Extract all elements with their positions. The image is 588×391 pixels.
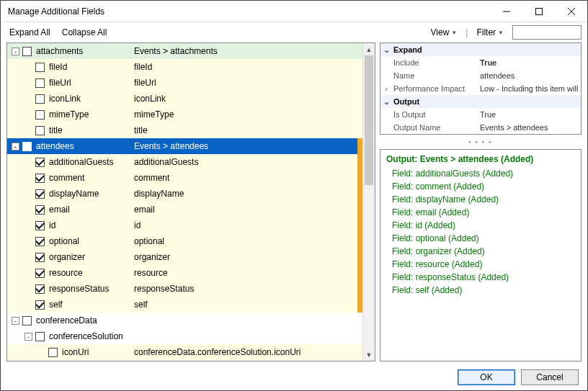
collapse-icon[interactable]: ⌄: [380, 45, 392, 55]
tree-node-path: self: [134, 300, 375, 310]
tree-row[interactable]: -attachmentsEvents > attachments: [7, 43, 375, 59]
propcat-output[interactable]: ⌄ Output: [380, 95, 581, 108]
tree-row[interactable]: iconLinkiconLink: [7, 91, 375, 107]
minimize-icon: [503, 8, 510, 15]
tree-row[interactable]: commentcomment: [7, 170, 375, 186]
checkbox[interactable]: [35, 332, 45, 341]
scrollbar-thumb[interactable]: [365, 55, 373, 185]
tree-node-name: conferenceData: [36, 315, 134, 325]
expand-all-button[interactable]: Expand All: [6, 26, 53, 39]
tree-node-name: resource: [49, 268, 134, 278]
checkbox[interactable]: [35, 269, 45, 278]
prop-performance-impact[interactable]: › Performance Impact Low - Including thi…: [380, 82, 581, 95]
titlebar: Manage Additional Fields: [1, 1, 587, 22]
collapse-icon[interactable]: -: [12, 317, 19, 325]
prop-include[interactable]: Include True: [380, 56, 581, 69]
output-line: Field: displayName (Added): [386, 193, 575, 206]
tree-row[interactable]: mimeTypemimeType: [7, 107, 375, 122]
tree[interactable]: -attachmentsEvents > attachmentsfileIdfi…: [7, 43, 375, 361]
collapse-icon[interactable]: -: [12, 48, 19, 55]
checkbox[interactable]: [35, 253, 45, 262]
tree-node-path: id: [134, 220, 375, 230]
checkbox[interactable]: [35, 174, 45, 183]
output-line: Field: resource (Added): [386, 258, 575, 271]
checkbox[interactable]: [35, 189, 45, 199]
window: Manage Additional Fields Expand All Coll…: [0, 0, 588, 391]
checkbox[interactable]: [35, 284, 45, 294]
filter-input[interactable]: [512, 25, 582, 40]
output-line: Field: comment (Added): [386, 180, 575, 193]
tree-node-name: optional: [49, 236, 134, 246]
checkbox[interactable]: [22, 47, 32, 56]
tree-row[interactable]: resourceresource: [7, 265, 375, 281]
checkbox[interactable]: [48, 348, 58, 357]
tree-row[interactable]: titletitle: [7, 122, 375, 138]
scroll-down-icon[interactable]: ▼: [363, 349, 375, 361]
checkbox[interactable]: [35, 205, 45, 215]
tree-node-path: conferenceData.conferenceSolution.iconUr…: [134, 347, 375, 357]
tree-row[interactable]: idid: [7, 217, 375, 233]
prop-is-output[interactable]: Is Output True: [380, 108, 581, 121]
filter-dropdown[interactable]: Filter ▼: [473, 26, 507, 39]
checkbox[interactable]: [35, 110, 45, 120]
tree-node-name: conferenceSolution: [49, 331, 134, 341]
tree-row[interactable]: emailemail: [7, 202, 375, 217]
output-line: Field: email (Added): [386, 206, 575, 219]
tree-row[interactable]: responseStatusresponseStatus: [7, 281, 375, 297]
expand-icon[interactable]: ›: [380, 84, 392, 93]
tree-row[interactable]: selfself: [7, 297, 375, 313]
tree-row[interactable]: additionalGuestsadditionalGuests: [7, 154, 375, 170]
output-line: Field: self (Added): [386, 284, 575, 297]
close-button[interactable]: [555, 1, 587, 22]
checkbox[interactable]: [35, 63, 45, 72]
maximize-icon: [535, 8, 543, 15]
tree-row[interactable]: fileIdfileId: [7, 59, 375, 75]
prop-name[interactable]: Name attendees: [380, 69, 581, 82]
tree-node-name: fileId: [49, 62, 134, 72]
cancel-button[interactable]: Cancel: [521, 369, 579, 385]
propcat-expand[interactable]: ⌄ Expand: [380, 43, 581, 56]
tree-row[interactable]: -attendeesEvents > attendees: [7, 138, 375, 154]
tree-row[interactable]: -conferenceData: [7, 313, 375, 328]
tree-node-path: Events > attendees: [134, 141, 375, 151]
tree-node-path: organizer: [134, 252, 375, 262]
tree-node-name: attachments: [36, 46, 134, 56]
vertical-scrollbar[interactable]: ▲ ▼: [362, 43, 375, 361]
checkbox[interactable]: [22, 142, 32, 151]
collapse-icon[interactable]: ⌄: [380, 97, 392, 107]
tree-row[interactable]: optionaloptional: [7, 233, 375, 249]
tree-node-name: id: [49, 220, 134, 230]
tree-node-path: responseStatus: [134, 284, 375, 294]
checkbox[interactable]: [35, 126, 45, 135]
checkbox[interactable]: [35, 237, 45, 246]
view-dropdown[interactable]: View ▼: [428, 26, 460, 39]
output-title: Output: Events > attendees (Added): [386, 154, 575, 164]
checkbox[interactable]: [35, 300, 45, 310]
checkbox[interactable]: [35, 94, 45, 104]
ok-button[interactable]: OK: [458, 369, 515, 385]
minimize-button[interactable]: [490, 1, 522, 22]
collapse-all-button[interactable]: Collapse All: [59, 26, 110, 39]
checkbox[interactable]: [35, 221, 45, 230]
close-icon: [568, 8, 575, 15]
tree-row[interactable]: organizerorganizer: [7, 249, 375, 265]
checkbox[interactable]: [22, 316, 32, 325]
scroll-up-icon[interactable]: ▲: [363, 43, 375, 55]
tree-node-name: self: [49, 300, 134, 310]
tree-node-path: resource: [134, 268, 375, 278]
toolbar: Expand All Collapse All View ▼ | Filter …: [1, 22, 587, 42]
tree-row[interactable]: iconUriconferenceData.conferenceSolution…: [7, 344, 375, 360]
checkbox[interactable]: [35, 78, 45, 88]
tree-row[interactable]: displayNamedisplayName: [7, 186, 375, 202]
tree-row[interactable]: fileUrlfileUrl: [7, 75, 375, 91]
maximize-button[interactable]: [522, 1, 555, 22]
checkbox[interactable]: [35, 158, 45, 167]
collapse-icon[interactable]: -: [24, 333, 32, 341]
horizontal-splitter[interactable]: ● ● ● ●: [380, 139, 582, 145]
view-label: View: [431, 27, 450, 37]
output-line: Field: optional (Added): [386, 232, 575, 245]
tree-node-path: optional: [134, 236, 375, 246]
tree-row[interactable]: -conferenceSolution: [7, 328, 375, 344]
prop-output-name[interactable]: Output Name Events > attendees: [380, 121, 581, 134]
collapse-icon[interactable]: -: [12, 143, 19, 150]
